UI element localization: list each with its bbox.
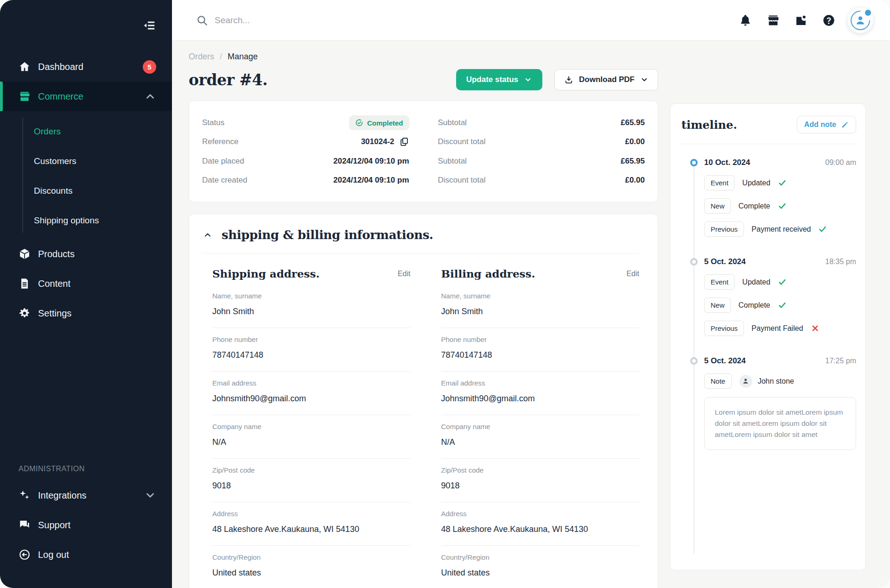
status-badge-label: Completed [367, 119, 403, 127]
field-label: Name, surname [441, 292, 640, 300]
sidebar-item-label: Settings [38, 308, 71, 319]
timeline-time: 18:35 pm [825, 258, 856, 266]
address-field: Name, surnameJohn Smith [441, 285, 640, 328]
timeline-column: timeline. Add note 10 Oct. 202409:00 amE… [670, 103, 866, 588]
chevron-down-icon [144, 489, 156, 501]
copy-icon[interactable] [399, 137, 409, 147]
topbar [172, 0, 890, 41]
field-label: Email address [212, 379, 411, 387]
sidebar-admin-nav: IntegrationsSupportLog out [0, 481, 172, 569]
field-value: Johnsmith90@gmail.com [212, 394, 411, 404]
user-avatar[interactable] [847, 7, 873, 33]
shipping-edit-link[interactable]: Edit [398, 270, 411, 278]
check-icon [778, 178, 787, 187]
address-field: Email addressJohnsmith90@gmail.com [212, 372, 411, 415]
sidebar-item-support[interactable]: Support [0, 510, 172, 540]
status-badge: Completed [349, 115, 409, 130]
download-pdf-button[interactable]: Download PDF [554, 69, 658, 90]
timeline-title: timeline. [681, 118, 737, 132]
timeline-time: 17:25 pm [825, 357, 856, 365]
summary-row: Subtotal£65.95 [438, 115, 645, 131]
sparkles-icon [19, 489, 31, 501]
summary-value: 2024/12/04 09:10 pm [333, 176, 409, 185]
collapse-sidebar-icon[interactable] [142, 19, 156, 32]
sidebar-item-customers[interactable]: Customers [0, 146, 172, 176]
gear-icon [19, 307, 31, 319]
help-icon[interactable] [822, 14, 835, 27]
address-field: Name, surnameJohn Smith [212, 285, 411, 328]
breadcrumb-orders[interactable]: Orders [189, 52, 214, 62]
note-author-avatar [739, 375, 752, 388]
sidebar-item-log-out[interactable]: Log out [0, 540, 172, 569]
timeline-entry-header: 10 Oct. 202409:00 am [704, 158, 856, 167]
note-author: John stone [739, 375, 794, 388]
timeline-entry: 5 Oct. 202418:35 pmEventUpdatedNewComple… [681, 257, 856, 336]
admin-section-label: ADMINISTRATION [0, 465, 172, 481]
field-value: 9018 [441, 481, 640, 491]
field-value: 78740147148 [441, 350, 640, 360]
timeline-entry: 5 Oct. 202417:25 pmNoteJohn stoneLorem i… [681, 356, 856, 450]
address-field: Address48 Lakeshore Ave.Kaukauna, WI 541… [212, 502, 411, 546]
storefront-icon[interactable] [767, 14, 780, 27]
timeline-card: timeline. Add note 10 Oct. 202409:00 amE… [670, 103, 866, 570]
summary-label: Reference [202, 137, 238, 146]
summary-value: £65.95 [621, 157, 645, 166]
sidebar-item-discounts[interactable]: Discounts [0, 176, 172, 206]
storefront-icon [19, 90, 31, 102]
sidebar-item-commerce[interactable]: Commerce [0, 82, 172, 111]
chevron-up-icon [203, 230, 212, 240]
field-label: Country/Region [212, 553, 411, 561]
page-body: Orders / Manage order #4. Update status … [172, 41, 890, 588]
breadcrumb-separator: / [220, 52, 222, 62]
sidebar-item-shipping-options[interactable]: Shipping options [0, 206, 172, 235]
breadcrumb-manage[interactable]: Manage [228, 52, 258, 62]
timeline-event-row: PreviousPayment received [704, 221, 856, 237]
timeline-date: 5 Oct. 2024 [704, 356, 746, 366]
timeline-marker [690, 357, 698, 365]
timeline-header: timeline. Add note [681, 116, 856, 144]
address-field: Zip/Post code9018 [212, 459, 411, 502]
sidebar-item-content[interactable]: Content [0, 269, 172, 298]
shipping-billing-header[interactable]: shipping & billing informations. [202, 228, 639, 253]
contacts-icon[interactable] [795, 14, 807, 27]
summary-value-text: £65.95 [621, 157, 645, 166]
update-status-button[interactable]: Update status [456, 69, 542, 90]
summary-row: Reference301024-2 [202, 134, 409, 150]
sidebar-item-label: Commerce [38, 91, 83, 102]
summary-row: Subtotal£65.95 [438, 153, 645, 169]
summary-value-text: £65.95 [621, 118, 645, 127]
bell-icon[interactable] [739, 14, 752, 27]
sidebar-item-label: Products [38, 249, 75, 259]
doc-icon [19, 278, 31, 290]
billing-edit-link[interactable]: Edit [626, 270, 639, 278]
breadcrumb: Orders / Manage [189, 52, 658, 62]
title-actions: Update status Download PDF [456, 69, 658, 90]
shipping-billing-card: shipping & billing informations. Shippin… [189, 214, 658, 588]
address-field: Company nameN/A [212, 415, 411, 459]
timeline-marker [690, 258, 698, 266]
address-field: Country/RegionUnited states [212, 546, 411, 588]
summary-row: Date created2024/12/04 09:10 pm [202, 172, 409, 188]
check-icon [818, 225, 827, 234]
timeline-event-row: NewComplete [704, 198, 856, 214]
summary-row: Date placed2024/12/04 09:10 pm [202, 153, 409, 169]
event-type-badge: Previous [704, 321, 744, 336]
sidebar-item-settings[interactable]: Settings [0, 298, 172, 328]
check-icon [778, 202, 787, 210]
event-text: Complete [738, 202, 770, 210]
sidebar-item-integrations[interactable]: Integrations [0, 481, 172, 510]
summary-label: Date created [202, 176, 247, 185]
field-label: Company name [441, 423, 640, 430]
sidebar-item-label: Integrations [38, 490, 87, 501]
field-value: United states [441, 568, 640, 578]
sidebar-item-orders[interactable]: Orders [0, 117, 172, 146]
sidebar-item-label: Log out [38, 550, 69, 560]
event-type-badge: New [704, 297, 731, 313]
search-input[interactable] [215, 15, 409, 25]
add-note-button[interactable]: Add note [797, 116, 856, 133]
chevron-down-icon [640, 76, 648, 84]
field-value: John Smith [212, 307, 411, 316]
sidebar-item-products[interactable]: Products [0, 239, 172, 269]
sidebar-item-dashboard[interactable]: Dashboard5 [0, 52, 172, 82]
field-label: Address [212, 510, 411, 518]
